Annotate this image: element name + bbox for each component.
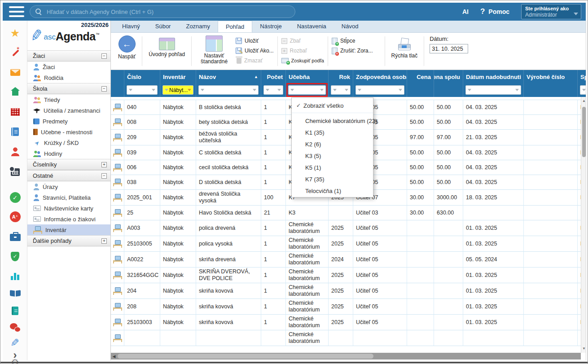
column-header-vyrobne[interactable]: Výrobné číslo <box>524 70 578 84</box>
horizontal-scrollbar[interactable]: ◀ <box>111 353 581 360</box>
column-header-ucebna[interactable]: Učebňa <box>286 70 329 84</box>
user-menu[interactable]: Ste prihlásený ako Administrátor <box>521 4 581 19</box>
collapse-icon[interactable]: − <box>101 86 107 92</box>
menu-n-vod[interactable]: Návod <box>334 21 366 32</box>
dropdown-item-chemick-laborat-rium-22-[interactable]: Chemické laboratórium (22) <box>292 115 373 127</box>
sidebar-tool-wizard[interactable] <box>3 46 27 59</box>
cancel-sort-button[interactable]: ✕ Zrušiť: Zora... <box>332 46 373 55</box>
dropdown-item-show-all[interactable]: ✓Zobraziť všetko <box>292 100 373 111</box>
sidebar-tool-statistics[interactable] <box>3 269 27 283</box>
column-header-rok[interactable]: Rok <box>329 70 353 84</box>
sidebar-tool-calendar[interactable] <box>3 165 27 179</box>
quick-print-button[interactable]: Rýchla tlač <box>389 35 421 59</box>
sidebar-tool-library[interactable] <box>3 286 27 300</box>
sidebar-tool-briefcase[interactable] <box>3 230 27 243</box>
dropdown-item-k7-35-[interactable]: K7 (35) <box>292 173 373 185</box>
horizontal-scroll-thumb[interactable] <box>118 354 373 359</box>
sidebar-item-stravn-ci-platitelia[interactable]: Stravníci, Platitelia <box>27 192 110 203</box>
filter-box-sposob[interactable] <box>580 85 586 95</box>
sidebar-item-u-ebne-miestnosti[interactable]: Učebne - miestnosti <box>27 127 110 137</box>
sidebar-tool-attendance[interactable]: ✓ <box>3 191 27 204</box>
delete-button[interactable]: Zmazať <box>236 56 274 65</box>
save-button[interactable]: Uložiť <box>236 36 274 45</box>
table-row[interactable]: Chemické laboratórium <box>111 330 581 346</box>
sidebar-tool-favorites[interactable]: ★ <box>3 26 27 40</box>
table-row[interactable]: 25NábytokHavo Stolička detská21K3Učiteľ … <box>111 206 581 220</box>
sidebar-tool-grades[interactable]: A⁺ <box>3 210 27 224</box>
table-row[interactable]: 321654GGCNábytokSKRIŇA DVEROVÁ, DVE POLI… <box>111 268 581 283</box>
sidebar-item-n-v-tevn-cke-karty[interactable]: Návštevnícke karty <box>27 203 110 214</box>
filter-box-rok[interactable] <box>331 85 351 95</box>
column-header-osoba[interactable]: Zodpovedná osoba <box>353 70 407 84</box>
filter-box-pocet[interactable] <box>263 85 283 95</box>
sidebar-section--kola[interactable]: Škola− <box>27 83 110 94</box>
scroll-left-icon[interactable]: ◀ <box>111 354 117 359</box>
filter-box-cislo[interactable] <box>127 85 158 95</box>
collapse-icon[interactable]: − <box>101 173 107 179</box>
home-view-button[interactable]: Úvodný pohľad <box>146 35 188 57</box>
dropdown-item-telocvi-a-1-[interactable]: Telocvičňa (1) <box>292 185 373 197</box>
dropdown-item-k2-6-[interactable]: K2 (6) <box>292 138 373 150</box>
table-row[interactable]: 25103003Nábytokskriňa kovová1Chemické la… <box>111 315 581 330</box>
expand-button[interactable]: + Rozbaľ <box>281 46 324 55</box>
save-as-button[interactable]: Uložiť Ako... <box>236 46 274 55</box>
collapse-icon[interactable]: − <box>101 53 107 59</box>
sidebar-item--iaci[interactable]: Žiaci <box>27 61 110 72</box>
table-row[interactable]: A003Nábytokpolica drevená1Chemické labor… <box>111 220 581 236</box>
columns-button[interactable]: + Stĺpce <box>332 36 373 45</box>
group-by-button[interactable]: + Zoskupiť podľa <box>281 56 324 65</box>
dropdown-item-k5-1-[interactable]: K5 (1) <box>292 162 373 173</box>
hamburger-menu-icon[interactable] <box>9 6 24 17</box>
column-header-datum[interactable]: Dátum nadobudnuti <box>463 70 524 84</box>
sidebar-tool-agenda-pencil[interactable]: ✎ <box>3 336 27 350</box>
column-header-sposob[interactable]: Spôsob <box>578 70 586 84</box>
column-header-inventar[interactable]: Inventár <box>160 70 196 84</box>
sidebar-item--razy[interactable]: Úrazy <box>27 181 110 192</box>
sidebar-tool-chat[interactable] <box>3 321 27 334</box>
sidebar-section--al-ie-poh-ady[interactable]: Ďalšie pohľady+ <box>27 235 110 246</box>
sidebar-tool-security[interactable]: ✓ <box>3 250 27 263</box>
sidebar-tool-timetable[interactable] <box>3 105 27 118</box>
column-header-cena_spolu[interactable]: Cena spolu <box>434 70 463 84</box>
column-header-cislo[interactable]: Číslo <box>124 70 160 84</box>
filter-box-osoba[interactable] <box>355 85 404 95</box>
sidebar-item-rodi-ia[interactable]: Rodičia <box>27 72 110 83</box>
set-default-button[interactable]: Nastaviť štandardné <box>195 35 233 65</box>
column-header-cena[interactable]: Cena <box>407 70 434 84</box>
dropdown-item-k3-5-[interactable]: K3 (5) <box>292 150 373 162</box>
collapse-button[interactable]: − Zbaľ <box>281 36 324 45</box>
global-search[interactable] <box>30 5 295 18</box>
sidebar-item-invent-r[interactable]: Inventár <box>27 224 110 235</box>
filter-box-nazov[interactable] <box>198 85 259 95</box>
menu-s-bor[interactable]: Súbor <box>148 21 179 32</box>
table-row[interactable]: A0022Nábytokskriňa drevená1Chemické labo… <box>111 252 581 268</box>
date-input[interactable] <box>430 44 468 53</box>
help-button[interactable]: ? Pomoc <box>480 7 509 16</box>
dropdown-item-k1-35-[interactable]: K1 (35) <box>292 127 373 138</box>
filter-box-inventar[interactable]: Nábyt... <box>162 85 193 95</box>
sidebar-section--seln-ky[interactable]: Číselníky+ <box>27 159 110 170</box>
sidebar-tool-school[interactable] <box>3 85 27 99</box>
sidebar-section--iaci[interactable]: Žiaci− <box>27 50 110 61</box>
sidebar-item-hodiny[interactable]: Hodiny <box>27 148 110 159</box>
sidebar-item-kr-ky-kd[interactable]: ➤Krúžky / ŠKD <box>27 137 110 148</box>
menu-hlavn-[interactable]: Hlavný <box>114 21 148 32</box>
filter-box-ucebna[interactable] <box>288 85 326 95</box>
back-button[interactable]: ← Naspäť <box>115 35 138 60</box>
column-header-icon[interactable] <box>111 70 124 84</box>
menu-zoznamy[interactable]: Zoznamy <box>178 21 217 32</box>
menu-nastavenia[interactable]: Nastavenia <box>290 21 334 32</box>
table-row[interactable]: 25103005Nábytokpolica vysoká1Chemické la… <box>111 236 581 252</box>
table-row[interactable]: 208Nábytokskriňa kovová1Chemické laborat… <box>111 299 581 315</box>
sidebar-section-ostatn-[interactable]: Ostatné− <box>27 170 110 181</box>
ai-button[interactable]: AI <box>462 8 469 15</box>
sidebar-tool-messages[interactable] <box>3 66 27 79</box>
sidebar-item-triedy[interactable]: Triedy <box>27 94 110 105</box>
expand-icon[interactable]: + <box>101 162 107 167</box>
menu-n-stroje[interactable]: Nástroje <box>252 21 289 32</box>
menu-poh-ad[interactable]: Pohľad <box>218 21 252 32</box>
column-header-nazov[interactable]: Názov▲ <box>196 70 261 84</box>
sidebar-item-inform-cie-o-iakovi[interactable]: Informácie o žiakovi <box>27 214 110 224</box>
sidebar-tool-persons[interactable] <box>3 145 27 158</box>
table-row[interactable]: 204Nábytokskriňa kovová1Chemické laborat… <box>111 283 581 299</box>
